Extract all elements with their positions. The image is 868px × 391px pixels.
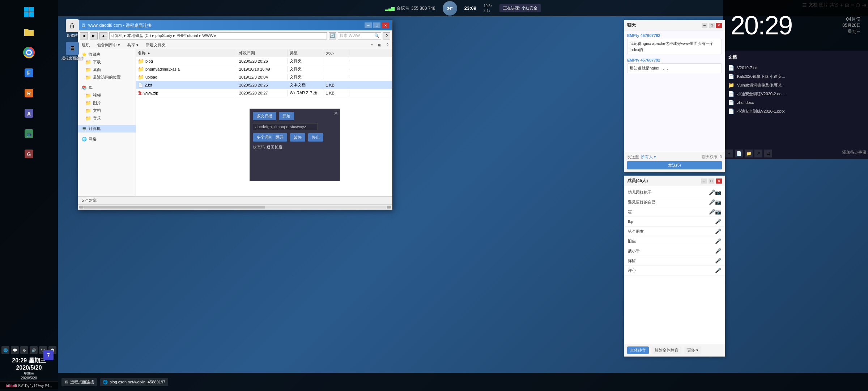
table-row[interactable]: 📁 phpmyadmin3xasla 2019/10/10 16:49 文件夹 [136,65,392,73]
panel-bottom-btn-add[interactable]: + [725,150,733,157]
mini-icon-1[interactable]: 🌐 [1,346,9,354]
more-btn[interactable]: 更多 ▾ [684,346,701,354]
list-item[interactable]: 📄 zhui.docx [726,98,865,107]
taskbar-app3-icon[interactable]: A [20,104,38,122]
search-box[interactable]: 搜索 WWW 🔍 [338,32,381,39]
sidebar-documents[interactable]: 📁 文档 [78,107,136,114]
panel-bottom-btn-file[interactable]: 📄 [735,150,743,157]
taskbar-app1-icon[interactable]: F [20,64,38,82]
list-item[interactable]: 📁 Vulhub漏洞镜像及使用说... [726,81,865,89]
scrollbar-thumb[interactable] [84,206,265,209]
panel-bottom-btn-folder[interactable]: 📁 [745,150,753,157]
col-type-header[interactable]: 类型 [288,50,324,56]
close-button[interactable]: ✕ [382,22,389,28]
list-item[interactable]: 第个朋友 🎤 [624,227,725,236]
list-item[interactable]: 阵留 🎤 [624,256,725,266]
add-event-btn[interactable]: 添加待办事项 [842,150,866,157]
member-mic-6[interactable]: 🎤 [715,248,721,254]
start-scan-btn[interactable]: 开始 [279,112,294,120]
sidebar-network[interactable]: 🌐 网络 [78,135,136,143]
pause-btn[interactable]: 暂停 [290,133,305,142]
unmute-all-btn[interactable]: 解除全体静音 [652,346,681,354]
chat-maximize-btn[interactable]: □ [709,23,715,28]
mini-icon-3[interactable]: ⚙ [20,346,28,354]
sidebar-pictures[interactable]: 📁 图片 [78,99,136,107]
list-item[interactable]: 幼儿园扛把子 🎤 📷 [624,188,725,197]
taskbar-app4-icon[interactable]: 📺 [20,125,38,143]
badge-7[interactable]: 7 [43,350,54,360]
member-mic-4[interactable]: 🎤 [715,228,721,234]
member-video-2[interactable]: 📷 [715,199,721,205]
mini-icon-4[interactable]: 🔊 [30,346,38,354]
taskbar-app-remote[interactable]: 🖥 远程桌面连接 [61,378,97,386]
col-size-header[interactable]: 大小 [324,50,349,56]
view-list-icon[interactable]: ≡ [369,42,374,48]
help-btn[interactable]: ? [383,32,390,39]
list-item[interactable]: 霍 🎤 📷 [624,207,725,217]
refresh-btn[interactable]: 🔄 [329,32,336,39]
member-video-1[interactable]: 📷 [715,189,721,195]
table-row[interactable]: 📄 2.txt 2020/5/20 20:25 文本文档 1 KB [136,81,392,89]
sidebar-recent[interactable]: 📁 最近访问的位置 [78,73,136,81]
maximize-button[interactable]: □ [373,22,380,28]
view-grid-icon[interactable]: ⊞ [376,42,383,48]
mini-icon-2[interactable]: 💬 [11,346,19,354]
panel-bottom-btn-arrow[interactable]: ↗ [754,150,762,157]
table-row[interactable]: 📁 upload 2019/12/3 20:04 文件夹 [136,73,392,81]
view-help-icon[interactable]: ? [384,42,390,48]
scrollbar-left-btn[interactable] [79,206,84,209]
taskbar-app2-icon[interactable]: R [20,84,38,102]
taskbar-browser-icon[interactable] [20,43,38,62]
recycle-bin-icon[interactable]: 🗑 回收站 [60,18,85,39]
multi-scan-btn[interactable]: 多次扫描 [253,112,276,120]
taskbar-app-browser[interactable]: 🌐 blog.csdn.net/weixin_45889197 [100,378,168,386]
col-name-header[interactable]: 名称 ▲ [136,50,237,56]
col-date-header[interactable]: 修改日期 [237,50,288,56]
members-maximize-btn[interactable]: □ [709,178,714,184]
list-item[interactable]: 遇见更好的自己 🎤 📷 [624,197,725,207]
member-mic-2[interactable]: 🎤 [709,199,715,205]
address-bar[interactable]: 计算机 ▸ 本地磁盘 (C:) ▸ phpStudy ▸ PHPTutorial… [109,32,327,39]
panel-bottom-btn-share[interactable]: ⇄ [764,150,772,157]
horizontal-scrollbar[interactable] [78,204,392,210]
stop-btn[interactable]: 停止 [308,133,323,142]
minimize-button[interactable]: ─ [365,22,372,28]
sidebar-computer[interactable]: 💻 计算机 [78,125,136,133]
scrollbar-track[interactable] [84,206,386,209]
list-item[interactable]: 聂小千 🎤 [624,246,725,256]
taskbar-app5-icon[interactable]: G [20,145,38,163]
list-item[interactable]: 许心 🎤 [624,266,725,276]
taskbar-folder-icon[interactable] [20,23,38,41]
member-mic-1[interactable]: 🎤 [709,189,715,195]
list-item[interactable]: 📄 V2019-7.txt [726,63,865,72]
mute-all-btn[interactable]: 全体静音 [627,346,649,354]
windows-start-icon[interactable] [20,3,38,21]
table-row[interactable]: 📁 blog 2020/5/20 20:26 文件夹 [136,57,392,65]
scrollbar-right-btn[interactable] [387,206,391,209]
sidebar-desktop[interactable]: 📁 桌面 [78,66,136,73]
chat-minimize-btn[interactable]: ─ [702,23,707,28]
chat-close-btn[interactable]: ✕ [716,23,722,28]
send-to-all-link[interactable]: 所有人 ▾ [641,154,656,160]
list-item[interactable]: 📄 Kali2020镜像下载-小迪安... [726,72,865,81]
scan-close-btn[interactable]: ✕ [334,110,338,116]
multi-word-btn[interactable]: 多个词间 | 隔开 [253,133,287,142]
member-mic-fkp[interactable]: 🎤 [715,219,721,224]
sidebar-video[interactable]: 📁 视频 [78,92,136,99]
nav-forward-btn[interactable]: ▶ [90,32,98,39]
user-avatar[interactable]: 34° [443,1,457,16]
nav-up-btn[interactable]: ▲ [99,32,107,39]
list-item[interactable]: fkp 🎤 [624,217,725,227]
member-mic-7[interactable]: 🎤 [715,258,721,264]
member-mic-8[interactable]: 🎤 [715,268,721,273]
members-close-btn[interactable]: ✕ [716,178,722,184]
list-item[interactable]: 📄 小迪安全训练V2020-1.pptx [726,107,865,115]
member-mic-5[interactable]: 🎤 [715,238,721,244]
sidebar-music[interactable]: 📁 音乐 [78,114,136,122]
menu-new-folder[interactable]: 新建文件夹 [144,42,167,49]
remote-desktop-icon[interactable]: 🖥 远程桌面连接 [60,41,85,62]
member-video-3[interactable]: 📷 [715,209,721,215]
menu-share[interactable]: 共享 ▾ [125,42,140,49]
bilibili-bar[interactable]: bilibili BV1Dy4y147wy P4... [0,382,58,389]
members-minimize-btn[interactable]: ─ [701,178,707,184]
